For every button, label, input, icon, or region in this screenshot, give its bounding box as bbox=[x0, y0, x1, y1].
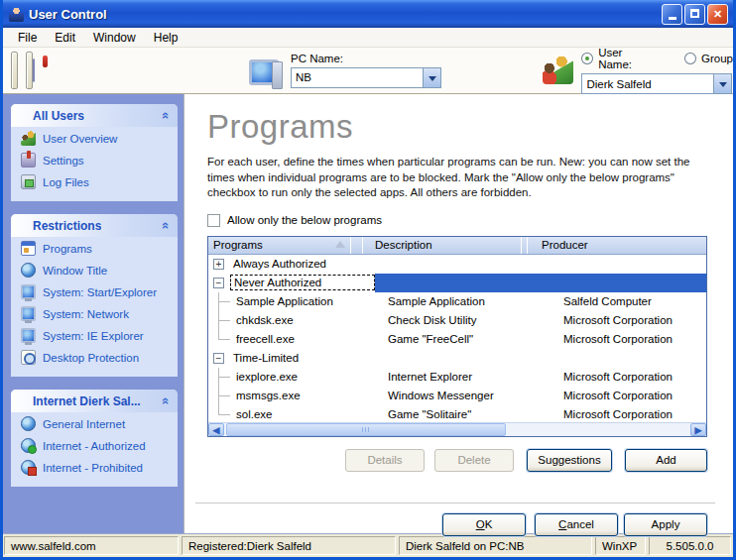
column-header-description[interactable]: Description bbox=[363, 237, 522, 254]
allow-only-checkbox-label: Allow only the below programs bbox=[227, 214, 382, 226]
users-toolbar-button[interactable] bbox=[11, 52, 18, 89]
column-separator bbox=[351, 237, 363, 254]
statusbar-user-pc: Dierk Salfeld on PC:NB bbox=[399, 536, 592, 555]
pc-name-select[interactable]: NB bbox=[291, 67, 441, 88]
titlebar: User Control ✕ bbox=[3, 0, 733, 28]
column-header-programs[interactable]: Programs bbox=[208, 237, 351, 254]
sidebar-item-log-files[interactable]: Log Files bbox=[11, 170, 178, 192]
table-row[interactable]: msmsgs.exeWindows MessengerMicrosoft Cor… bbox=[208, 387, 706, 405]
group-radio-label: Group bbox=[701, 53, 733, 64]
collapse-icon[interactable]: − bbox=[213, 353, 224, 364]
scrollbar-thumb[interactable] bbox=[226, 423, 506, 436]
restrictions-header[interactable]: Restrictions « bbox=[11, 214, 178, 237]
menu-help[interactable]: Help bbox=[145, 29, 187, 47]
chevron-down-icon[interactable] bbox=[713, 74, 731, 93]
menubar: File Edit Window Help bbox=[3, 28, 733, 48]
page-description: For each user, define the times when par… bbox=[207, 155, 718, 201]
statusbar: www.salfeld.com Registered:Dierk Salfeld… bbox=[3, 533, 733, 557]
group-radio[interactable] bbox=[684, 53, 696, 64]
menu-edit[interactable]: Edit bbox=[46, 29, 84, 47]
close-button[interactable]: ✕ bbox=[707, 4, 728, 25]
maximize-button[interactable] bbox=[684, 4, 705, 25]
page-title: Programs bbox=[207, 108, 733, 146]
sidebar-item-system-ie-explorer[interactable]: System: IE Explorer bbox=[11, 324, 178, 346]
suggestions-button[interactable]: Suggestions bbox=[527, 449, 612, 472]
pc-name-label: PC Name: bbox=[291, 53, 441, 64]
table-row[interactable]: iexplore.exeInternet ExplorerMicrosoft C… bbox=[208, 368, 706, 387]
internet-header[interactable]: Internet Dierk Sal... « bbox=[11, 390, 178, 412]
computer-icon bbox=[249, 59, 283, 89]
chevron-down-icon[interactable] bbox=[423, 68, 440, 87]
divider bbox=[195, 503, 715, 504]
table-row[interactable]: sol.exeGame "Solitaire"Microsoft Corpora… bbox=[208, 405, 706, 422]
system-network-icon bbox=[21, 306, 36, 321]
all-users-header[interactable]: All Users « bbox=[11, 104, 178, 127]
user-overview-icon bbox=[21, 131, 36, 146]
sidebar-item-programs[interactable]: Programs bbox=[11, 237, 178, 259]
sidebar-item-general-internet[interactable]: General Internet bbox=[11, 412, 178, 434]
chevron-up-icon: « bbox=[159, 397, 174, 404]
delete-button[interactable]: Delete bbox=[434, 449, 514, 472]
scroll-left-icon[interactable]: ◀ bbox=[208, 423, 224, 436]
programs-icon bbox=[21, 241, 36, 256]
ok-button[interactable]: OK bbox=[442, 513, 526, 536]
window-title: User Control bbox=[29, 7, 107, 22]
sidebar-item-window-title[interactable]: Window Title bbox=[11, 259, 178, 280]
column-header-producer[interactable]: Producer bbox=[528, 237, 706, 254]
add-button[interactable]: Add bbox=[625, 449, 707, 472]
settings-icon bbox=[21, 153, 36, 168]
collapse-icon[interactable]: − bbox=[213, 278, 224, 288]
cancel-button[interactable]: Cancel bbox=[535, 513, 618, 536]
programs-table: Programs Description Producer +Always Au… bbox=[207, 236, 707, 437]
tools-toolbar-button[interactable] bbox=[26, 52, 33, 89]
apply-button[interactable]: Apply bbox=[624, 513, 707, 536]
desktop-protection-icon bbox=[21, 350, 36, 365]
toolbox-icon bbox=[33, 58, 35, 82]
details-button[interactable]: Details bbox=[345, 449, 425, 472]
statusbar-registered: Registered:Dierk Salfeld bbox=[182, 536, 396, 555]
allow-only-checkbox[interactable] bbox=[207, 214, 220, 227]
group-label: Never Authorized bbox=[230, 275, 375, 290]
table-row[interactable]: −Time-Limited bbox=[208, 349, 706, 368]
users-icon bbox=[543, 56, 573, 84]
sidebar-item-internet-prohibited[interactable]: Internet - Prohibited bbox=[11, 456, 178, 478]
group-label: Always Authorized bbox=[230, 257, 329, 271]
main-content: Programs For each user, define the times… bbox=[184, 94, 733, 533]
scroll-right-icon[interactable]: ▶ bbox=[690, 423, 706, 436]
sidebar-item-system-network[interactable]: System: Network bbox=[11, 302, 178, 324]
chevron-up-icon: « bbox=[159, 112, 174, 119]
toolbar: PC Name: NB User Name: Group Dierk Salf bbox=[3, 48, 733, 94]
minimize-button[interactable] bbox=[662, 4, 682, 25]
user-control-window: User Control ✕ File Edit Window Help PC … bbox=[0, 0, 736, 560]
menu-window[interactable]: Window bbox=[84, 29, 145, 47]
statusbar-version: 5.505.0.0 bbox=[649, 536, 731, 555]
table-row[interactable]: −Never Authorized bbox=[208, 274, 706, 292]
statusbar-os: WinXP bbox=[595, 536, 646, 555]
sidebar-item-user-overview[interactable]: User Overview bbox=[11, 127, 178, 149]
table-row[interactable]: +Always Authorized bbox=[208, 255, 706, 274]
sidebar-item-internet-authorized[interactable]: Internet - Authorized bbox=[11, 434, 178, 456]
general-internet-icon bbox=[21, 416, 36, 431]
sort-ascending-icon bbox=[335, 241, 345, 248]
sidebar-item-system-start-explorer[interactable]: System: Start/Explorer bbox=[11, 280, 178, 302]
user-name-select[interactable]: Dierk Salfeld bbox=[581, 73, 732, 94]
sidebar-section-restrictions: Restrictions « Programs Window Title Sys… bbox=[11, 214, 178, 377]
user-name-radio[interactable] bbox=[581, 53, 593, 64]
sidebar: All Users « User Overview Settings Log F… bbox=[3, 94, 184, 533]
system-ie-explorer-icon bbox=[21, 328, 36, 343]
internet-authorized-icon bbox=[21, 438, 36, 453]
sidebar-item-settings[interactable]: Settings bbox=[11, 149, 178, 170]
table-body: +Always Authorized−Never AuthorizedSampl… bbox=[208, 255, 706, 422]
menu-file[interactable]: File bbox=[9, 29, 46, 47]
horizontal-scrollbar[interactable]: ◀ ▶ bbox=[208, 422, 706, 436]
table-row[interactable]: freecell.exeGame "FreeCell"Microsoft Cor… bbox=[208, 330, 706, 349]
window-title-icon bbox=[21, 263, 36, 278]
sidebar-item-desktop-protection[interactable]: Desktop Protection bbox=[11, 346, 178, 368]
table-row[interactable]: Sample ApplicationSample ApplicationSalf… bbox=[208, 292, 706, 311]
expand-icon[interactable]: + bbox=[213, 259, 224, 270]
statusbar-website[interactable]: www.salfeld.com bbox=[4, 536, 179, 555]
user-name-radio-label: User Name: bbox=[598, 47, 658, 70]
table-header: Programs Description Producer bbox=[208, 237, 706, 255]
log-files-icon bbox=[21, 174, 36, 189]
table-row[interactable]: chkdsk.exeCheck Disk UtilityMicrosoft Co… bbox=[208, 311, 706, 330]
